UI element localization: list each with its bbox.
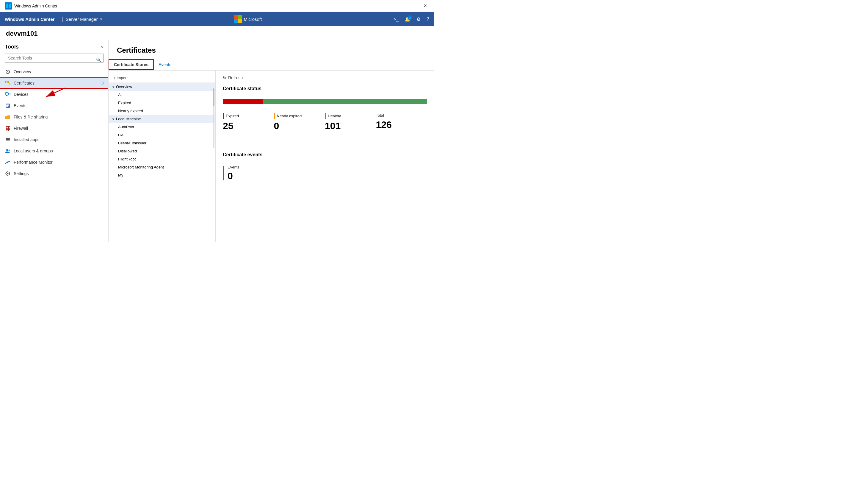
events-divider <box>223 161 427 161</box>
search-input[interactable] <box>5 54 103 62</box>
server-manager-label: Server Manager <box>66 17 98 22</box>
help-button[interactable]: ? <box>427 17 429 22</box>
tree-item-authroot[interactable]: AuthRoot <box>108 123 215 131</box>
page-title: Certificates <box>117 46 426 55</box>
sidebar-item-installed-apps[interactable]: Installed apps <box>0 134 108 145</box>
healthy-indicator <box>325 113 326 119</box>
users-icon <box>5 148 11 154</box>
terminal-button[interactable]: >_ <box>394 17 399 22</box>
tree-item-all[interactable]: All <box>108 91 215 99</box>
events-label: Events <box>227 165 240 169</box>
svg-point-28 <box>6 149 8 151</box>
tree-item-overview-group[interactable]: ∨ Overview <box>108 83 215 91</box>
tree-item-expired[interactable]: Expired <box>108 99 215 107</box>
nav-separator: | <box>62 16 63 23</box>
tree-toolbar: ↑ Import <box>108 73 215 83</box>
ms-blue-square <box>234 19 238 23</box>
title-bar-dots: ··· <box>60 3 66 9</box>
nav-brand[interactable]: Windows Admin Center <box>5 17 60 22</box>
import-button[interactable]: ↑ Import <box>113 75 128 80</box>
status-bar <box>223 99 427 104</box>
tab-certificate-stores[interactable]: Certificate Stores <box>108 59 154 70</box>
sidebar-item-files[interactable]: Files & file sharing <box>0 111 108 123</box>
search-button[interactable]: 🔍 <box>96 57 101 62</box>
sidebar-item-certificates[interactable]: Certificates ⬡ <box>0 77 108 89</box>
svg-rect-3 <box>9 6 11 8</box>
apps-icon <box>5 137 11 143</box>
svg-line-6 <box>8 72 9 72</box>
chevron-down-icon: ∨ <box>112 85 114 88</box>
sidebar-item-perf-monitor[interactable]: Performance Monitor <box>0 156 108 168</box>
tree-all-label: All <box>118 92 122 97</box>
nav-center: Microsoft <box>234 15 262 23</box>
tree-scrollbar-track <box>213 88 214 148</box>
device-title: devvm101 <box>0 26 434 40</box>
sidebar-item-local-users[interactable]: Local users & groups <box>0 145 108 156</box>
metric-total-label-row: Total <box>376 113 427 118</box>
refresh-button[interactable]: ↻ Refresh <box>223 75 243 80</box>
events-content: Events 0 <box>227 165 240 181</box>
collapse-sidebar-button[interactable]: < <box>101 44 103 50</box>
sidebar-scroll: Overview Certificates ⬡ <box>0 66 108 242</box>
svg-rect-22 <box>6 129 10 131</box>
files-label: Files & file sharing <box>14 115 103 119</box>
main-layout: Tools < 🔍 Overview <box>0 40 434 242</box>
sidebar-item-devices[interactable]: Devices <box>0 89 108 100</box>
title-bar: Windows Admin Center ··· × <box>0 0 434 12</box>
tabs: Certificate Stores Events <box>108 59 434 70</box>
settings-label: Settings <box>14 171 103 176</box>
tree-item-my[interactable]: My <box>108 171 215 179</box>
sidebar-item-firewall[interactable]: Firewall <box>0 123 108 134</box>
svg-rect-8 <box>6 82 8 82</box>
svg-rect-1 <box>9 4 11 6</box>
chevron-down-icon-2: ∨ <box>112 117 114 120</box>
tree-item-mma[interactable]: Microsoft Monitoring Agent <box>108 163 215 171</box>
ms-red-square <box>234 15 238 19</box>
certificates-label: Certificates <box>14 81 98 85</box>
tree-item-clientauthissuer[interactable]: ClientAuthIssuer <box>108 139 215 147</box>
tools-label: Tools <box>5 44 19 50</box>
tree-authroot-label: AuthRoot <box>118 125 134 129</box>
svg-rect-17 <box>6 105 9 105</box>
nav-right: >_ 🔔 2 ⚙ ? <box>394 17 429 22</box>
content-header: Certificates <box>108 46 434 59</box>
sidebar-item-overview[interactable]: Overview <box>0 66 108 77</box>
cert-status-title: Certificate status <box>223 86 427 91</box>
metric-expired-label-row: Expired <box>223 113 274 119</box>
app-icon <box>5 2 12 9</box>
events-icon <box>5 103 11 109</box>
server-manager-dropdown[interactable]: Server Manager ∨ <box>66 17 103 22</box>
tree-flightroot-label: FlightRoot <box>118 157 136 161</box>
expired-label: Expired <box>226 114 239 118</box>
svg-rect-15 <box>6 95 8 96</box>
notifications-button[interactable]: 🔔 2 <box>405 17 410 22</box>
total-value: 126 <box>376 119 427 131</box>
svg-rect-27 <box>6 141 10 141</box>
events-row: Events 0 <box>223 165 427 181</box>
tree-mma-label: Microsoft Monitoring Agent <box>118 165 164 169</box>
sidebar-item-settings[interactable]: Settings <box>0 168 108 179</box>
settings-nav-button[interactable]: ⚙ <box>416 17 421 22</box>
tree-disallowed-label: Disallowed <box>118 149 137 153</box>
sidebar-item-events[interactable]: Events <box>0 100 108 111</box>
close-button[interactable]: × <box>421 1 429 10</box>
sidebar-header: Tools < <box>0 40 108 54</box>
tree-item-flightroot[interactable]: FlightRoot <box>108 155 215 163</box>
overview-label: Overview <box>14 69 103 74</box>
svg-rect-25 <box>6 138 10 139</box>
tab-events[interactable]: Events <box>154 59 176 70</box>
overview-icon <box>5 69 11 75</box>
files-icon <box>5 114 11 120</box>
tree-item-ca[interactable]: CA <box>108 131 215 139</box>
tree-item-local-machine[interactable]: ∨ Local Machine <box>108 115 215 123</box>
svg-rect-18 <box>6 105 9 106</box>
svg-rect-12 <box>5 92 8 95</box>
perf-icon <box>5 159 11 165</box>
content-area: Certificates Certificate Stores Events ↑… <box>108 40 434 242</box>
title-bar-title: Windows Admin Center <box>14 4 58 8</box>
help-icon: ? <box>427 17 429 22</box>
svg-rect-20 <box>6 126 10 127</box>
tree-item-nearly-expired[interactable]: Nearly expired <box>108 107 215 115</box>
svg-rect-24 <box>8 126 9 131</box>
tree-item-disallowed[interactable]: Disallowed <box>108 147 215 155</box>
